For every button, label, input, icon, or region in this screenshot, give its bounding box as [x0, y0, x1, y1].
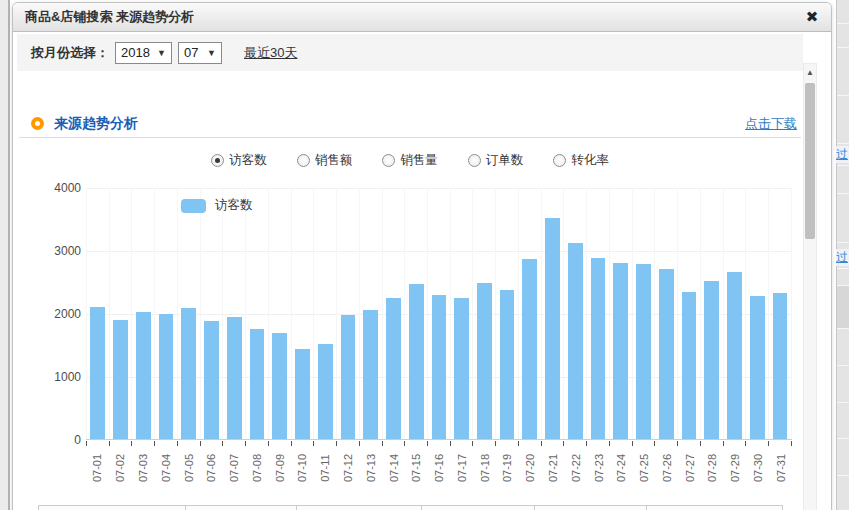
table-header-cell: 销售额 [297, 506, 422, 510]
bar-07-01 [90, 307, 105, 439]
dialog-body: 按月份选择： 2018 ▼ 07 ▼ 最近30天 来源趋势分析 点击下载 访客数… [13, 32, 831, 510]
bar-07-25 [636, 264, 651, 439]
dialog-title-bar: 商品&店铺搜索 来源趋势分析 ✖ [13, 3, 831, 32]
radio-icon[interactable] [382, 154, 395, 167]
table-header-cell: 订单数 [535, 506, 647, 510]
metric-radio-销售额[interactable]: 销售额 [297, 152, 353, 169]
x-tick-label: 07-04 [154, 446, 177, 490]
chevron-down-icon: ▼ [157, 48, 166, 58]
chart-bars [86, 188, 792, 439]
x-tick-label: 07-08 [245, 446, 268, 490]
x-tick-label: 07-06 [200, 446, 223, 490]
x-tick-label: 07-18 [473, 446, 496, 490]
bar-07-26 [659, 269, 674, 439]
x-tick-label: 07-22 [564, 446, 587, 490]
x-tick-label: 07-19 [496, 446, 519, 490]
bar-07-06 [204, 321, 219, 439]
x-tick-label: 07-15 [405, 446, 428, 490]
radio-icon[interactable] [297, 154, 310, 167]
bar-slot [428, 188, 451, 439]
metric-radio-销售量[interactable]: 销售量 [382, 152, 438, 169]
x-tick-label: 07-31 [769, 446, 792, 490]
section-title: 来源趋势分析 [54, 115, 138, 133]
bar-slot [292, 188, 315, 439]
bar-slot [496, 188, 519, 439]
x-tick-label: 07-23 [587, 446, 610, 490]
x-tick-label: 07-24 [610, 446, 633, 490]
bar-07-21 [545, 218, 560, 440]
background-partial-link[interactable]: 过 [836, 146, 849, 163]
radio-label: 销售量 [400, 152, 438, 169]
x-tick-label: 07-13 [359, 446, 382, 490]
y-tick-label: 3000 [54, 244, 81, 258]
x-tick-label: 07-05 [177, 446, 200, 490]
legend-label: 访客数 [215, 197, 253, 214]
x-tick-label: 07-07 [223, 446, 246, 490]
bar-slot [201, 188, 224, 439]
legend-swatch [181, 199, 206, 213]
close-icon[interactable]: ✖ [803, 8, 821, 26]
bar-slot [451, 188, 474, 439]
bar-slot [724, 188, 747, 439]
bar-slot [132, 188, 155, 439]
x-tick-label: 07-10 [291, 446, 314, 490]
bullet-ring-icon [31, 117, 44, 130]
table-header-cell: 转化率 [647, 506, 782, 510]
chart-legend: 访客数 [181, 197, 253, 214]
year-select-value: 2018 [121, 45, 150, 60]
y-axis-labels: 01000200030004000 [13, 188, 81, 440]
x-tick-label: 07-14 [382, 446, 405, 490]
x-tick-label: 07-25 [633, 446, 656, 490]
bar-07-22 [568, 243, 583, 439]
vertical-scrollbar[interactable]: ▲ ▼ [803, 63, 817, 510]
download-link[interactable]: 点击下载 [745, 115, 797, 133]
dialog-title: 商品&店铺搜索 来源趋势分析 [25, 8, 194, 26]
bar-slot [337, 188, 360, 439]
scrollbar-thumb[interactable] [805, 83, 815, 239]
bar-slot [564, 188, 587, 439]
background-partial-link[interactable]: 过 [836, 249, 849, 266]
chart-plot: 访客数 [86, 188, 792, 440]
daily-data-table: 日期访客数销售额销售量订单数转化率 [38, 505, 783, 510]
bar-slot [655, 188, 678, 439]
bar-07-19 [500, 290, 515, 439]
bar-slot [110, 188, 133, 439]
radio-icon[interactable] [553, 154, 566, 167]
bar-07-03 [136, 312, 151, 439]
bar-07-02 [113, 320, 128, 439]
bar-07-23 [591, 258, 606, 439]
recent-30-days-link[interactable]: 最近30天 [244, 44, 297, 62]
x-axis-labels: 07-0107-0207-0307-0407-0507-0607-0707-08… [86, 446, 792, 490]
month-filter-label: 按月份选择： [31, 44, 109, 62]
x-tick-label: 07-29 [724, 446, 747, 490]
bar-slot [746, 188, 769, 439]
metric-radio-订单数[interactable]: 订单数 [468, 152, 524, 169]
bar-07-09 [272, 333, 287, 439]
bar-slot [678, 188, 701, 439]
radio-label: 访客数 [229, 152, 267, 169]
bar-07-31 [773, 293, 788, 439]
bar-slot [473, 188, 496, 439]
year-select[interactable]: 2018 ▼ [115, 42, 172, 64]
bar-07-15 [409, 284, 424, 439]
x-tick-label: 07-03 [132, 446, 155, 490]
x-tick-label: 07-27 [678, 446, 701, 490]
radio-icon[interactable] [211, 154, 224, 167]
bar-07-18 [477, 283, 492, 439]
bar-slot [269, 188, 292, 439]
x-tick-label: 07-01 [86, 446, 109, 490]
x-tick-label: 07-30 [747, 446, 770, 490]
bar-slot [610, 188, 633, 439]
metric-radio-访客数[interactable]: 访客数 [211, 152, 267, 169]
bar-slot [223, 188, 246, 439]
bar-07-24 [613, 263, 628, 439]
table-header-row: 日期访客数销售额销售量订单数转化率 [39, 506, 782, 510]
month-select[interactable]: 07 ▼ [178, 42, 222, 64]
scroll-up-icon[interactable]: ▲ [804, 66, 816, 80]
bar-07-30 [750, 296, 765, 439]
radio-label: 销售额 [315, 152, 353, 169]
radio-icon[interactable] [468, 154, 481, 167]
bar-slot [246, 188, 269, 439]
metric-radio-转化率[interactable]: 转化率 [553, 152, 609, 169]
bar-07-10 [295, 349, 310, 439]
